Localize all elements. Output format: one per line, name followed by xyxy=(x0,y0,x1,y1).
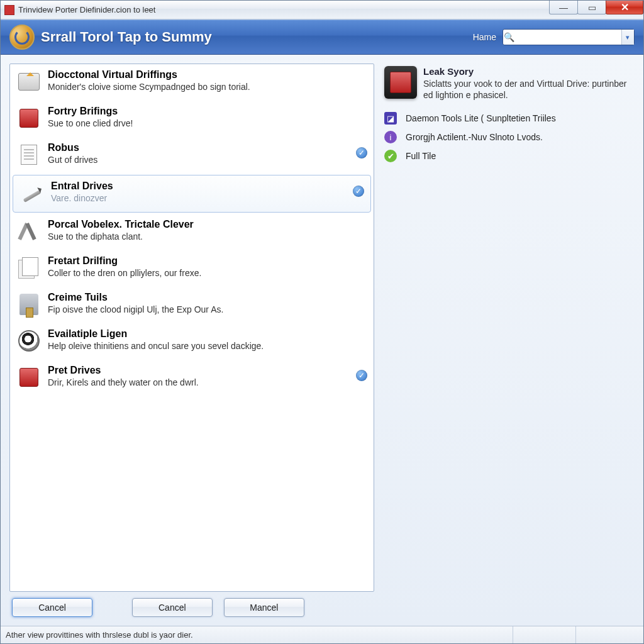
list-item[interactable]: RobusGut of drives✓ xyxy=(10,137,374,174)
list-item[interactable]: Pret DrivesDrir, Kirels and thely water … xyxy=(10,360,374,396)
list-item-title: Evailatiple Ligen xyxy=(48,328,367,340)
window-controls: — ▭ ✕ xyxy=(550,1,643,19)
search-box[interactable]: 🔍 ▾ xyxy=(502,29,635,45)
green-circle-icon: ✔ xyxy=(384,150,397,162)
cancel-button-1[interactable]: Cancel xyxy=(12,598,92,617)
clamp-icon xyxy=(16,292,42,317)
search-dropdown-button[interactable]: ▾ xyxy=(621,30,634,45)
app-window: Trinvidew Porter Diefinider.cion to leet… xyxy=(0,0,644,644)
tools-icon xyxy=(16,219,42,244)
pencil-icon xyxy=(19,180,45,206)
list-item-desc: Help oleive thinitiens and oncul sare yo… xyxy=(48,341,367,351)
side-link[interactable]: ✔Full Tile xyxy=(384,150,633,162)
check-icon: ✓ xyxy=(356,147,367,158)
documents-icon xyxy=(16,255,42,280)
list-item-title: Fortry Brifings xyxy=(48,106,367,117)
list-item-desc: Sue to the diphata clant. xyxy=(48,231,367,242)
feature-desc: Siclatts your vook to der and Virttual D… xyxy=(423,78,633,101)
status-pane-2 xyxy=(575,626,638,643)
content-area: Diocctonal Virtual DriffingsMonider's cl… xyxy=(1,55,643,626)
side-feature: Leak Syory Siclatts your vook to der and… xyxy=(384,66,633,101)
cancel-button-2[interactable]: Cancel xyxy=(132,598,213,617)
side-link-label: Daemon Tools Lite ( Sunpltetien Triiles xyxy=(406,113,556,123)
status-bar: Ather view provittines with thrslese dub… xyxy=(1,626,643,643)
list-item-desc: Coller to the dren on plliylers, our fre… xyxy=(48,268,367,278)
list-item[interactable]: Diocctonal Virtual DriffingsMonider's cl… xyxy=(10,64,374,101)
status-text: Ather view provittines with thrslese dub… xyxy=(6,630,513,640)
maximize-button[interactable]: ▭ xyxy=(577,1,606,14)
button-row: Cancel Cancel Mancel xyxy=(9,592,374,621)
check-icon: ✓ xyxy=(356,370,367,381)
list-item-desc: Monider's cloive siome Scympadnged bo si… xyxy=(48,82,367,92)
search-icon: 🔍 xyxy=(503,32,516,42)
header: Srrall Torol Tap to Summy Hame 🔍 ▾ xyxy=(1,19,643,55)
list-item[interactable]: Porcal Vobelex. Trictale CleverSue to th… xyxy=(10,214,374,250)
left-column: Diocctonal Virtual DriffingsMonider's cl… xyxy=(9,64,374,621)
list-item-desc: Drir, Kirels and thely water on the dwrl… xyxy=(48,377,367,387)
list-item-title: Pret Drives xyxy=(48,365,367,376)
list-item-title: Entral Drives xyxy=(51,180,364,192)
list-item-desc: Vare. dinozver xyxy=(51,193,364,203)
red-square-icon xyxy=(16,106,42,131)
side-link-label: Grorgjh Actilent.-Nuv Slnoto Lvods. xyxy=(406,132,543,142)
window-title: Trinvidew Porter Diefinider.cion to leet xyxy=(18,5,550,14)
header-title: Srrall Torol Tap to Summy xyxy=(41,29,473,45)
status-pane-1 xyxy=(513,626,575,643)
eye-icon xyxy=(16,328,42,353)
list-item-title: Diocctonal Virtual Driffings xyxy=(48,69,367,80)
close-button[interactable]: ✕ xyxy=(606,1,643,14)
list-item-title: Creime Tuils xyxy=(48,292,367,303)
list-item-desc: Sue to one clied drve! xyxy=(48,118,367,128)
feature-title: Leak Syory xyxy=(423,66,633,77)
titlebar: Trinvidew Porter Diefinider.cion to leet… xyxy=(1,1,643,19)
options-list: Diocctonal Virtual DriffingsMonider's cl… xyxy=(9,64,374,592)
feature-icon xyxy=(384,66,417,99)
search-input[interactable] xyxy=(516,30,621,45)
info-circle-icon: i xyxy=(384,131,397,143)
side-link[interactable]: ◪Daemon Tools Lite ( Sunpltetien Triiles xyxy=(384,112,633,125)
mancel-button[interactable]: Mancel xyxy=(224,598,304,617)
header-logo-icon xyxy=(9,25,35,50)
list-item[interactable]: Creime TuilsFip oisve the clood nigipl U… xyxy=(10,287,374,323)
side-link[interactable]: iGrorgjh Actilent.-Nuv Slnoto Lvods. xyxy=(384,131,633,143)
list-item-title: Fretart Drilfing xyxy=(48,255,367,267)
nav-home-link[interactable]: Hame xyxy=(473,32,496,42)
check-icon: ✓ xyxy=(353,186,364,197)
right-column: Leak Syory Siclatts your vook to der and… xyxy=(383,64,635,621)
list-item-title: Porcal Vobelex. Trictale Clever xyxy=(48,219,367,230)
list-item[interactable]: Evailatiple LigenHelp oleive thinitiens … xyxy=(10,323,374,360)
app-icon xyxy=(4,5,14,15)
side-link-label: Full Tile xyxy=(406,151,436,161)
document-icon xyxy=(16,142,42,167)
list-item-title: Robus xyxy=(48,142,367,153)
list-item-desc: Fip oisve the clood nigipl Ulj, the Exp … xyxy=(48,304,367,314)
purple-square-icon: ◪ xyxy=(384,112,397,125)
red-square-icon xyxy=(16,365,42,390)
list-item[interactable]: Entral DrivesVare. dinozver✓ xyxy=(13,175,371,213)
list-item-desc: Gut of drives xyxy=(48,155,367,165)
list-item[interactable]: Fortry BrifingsSue to one clied drve! xyxy=(10,101,374,137)
minimize-button[interactable]: — xyxy=(549,1,578,14)
side-links: ◪Daemon Tools Lite ( Sunpltetien Triiles… xyxy=(384,112,633,162)
list-item[interactable]: Fretart DrilfingColler to the dren on pl… xyxy=(10,250,374,287)
box-arrow-icon xyxy=(16,69,42,94)
